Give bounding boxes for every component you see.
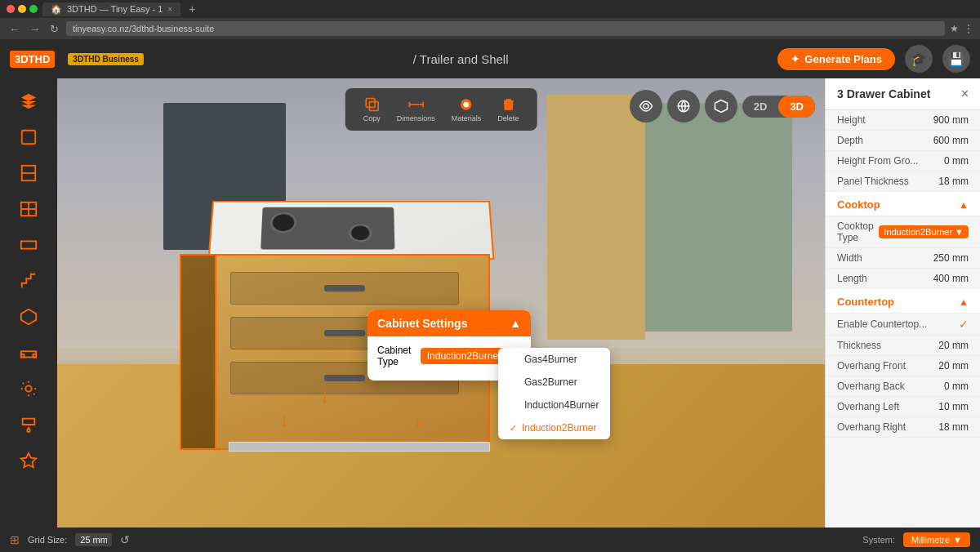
cabinet-top-face <box>208 201 495 260</box>
arrow-down-2: ↓ <box>413 409 423 432</box>
page-title: / Trailer and Shell <box>154 52 768 66</box>
generate-icon: ✦ <box>791 53 800 65</box>
mm-dropdown-icon: ▼ <box>953 535 962 545</box>
view-mode-buttons: 2D 3D <box>630 90 815 122</box>
svg-marker-18 <box>21 453 36 467</box>
panel-row-cooktop-length: Length 400 mm <box>826 269 980 289</box>
panel-row-height: Height 900 mm <box>826 110 980 131</box>
cooktop-section-header[interactable]: Cooktop ▲ <box>826 192 980 216</box>
popup-collapse-icon[interactable]: ▲ <box>510 317 521 330</box>
sidebar-light-btn[interactable] <box>11 372 47 405</box>
logo-area: 3DTHD 3DTHD Business <box>10 51 144 68</box>
arrow-down-1: ↓ <box>279 409 289 432</box>
sidebar-paint-btn[interactable] <box>11 408 47 441</box>
learn-icon: 🎓 <box>911 51 927 67</box>
minimize-window-btn[interactable] <box>18 5 26 13</box>
panel-row-height-from-gro: Height From Gro... 0 mm <box>826 151 980 171</box>
dropdown-item-induction2[interactable]: ✓ Induction2Burner <box>498 416 610 439</box>
cabinet-type-dropdown: Gas4Burner Gas2Burner Induction4Burner ✓… <box>498 348 610 439</box>
dropdown-item-gas4[interactable]: Gas4Burner <box>498 348 610 371</box>
grid-reset-btn[interactable]: ↺ <box>120 533 130 546</box>
bookmark-icon[interactable]: ★ <box>950 23 959 34</box>
copy-tool[interactable]: Copy <box>357 93 387 126</box>
nav-back-btn[interactable]: ← <box>7 23 22 35</box>
back-cabinet <box>629 103 792 332</box>
tab-close-btn[interactable]: × <box>167 5 172 14</box>
mode-2d-btn[interactable]: 2D <box>742 96 779 118</box>
sidebar-door-btn[interactable] <box>11 157 47 189</box>
viewport-3d[interactable]: ↓ ↓ ↓ → → Copy Dimension <box>57 78 825 528</box>
dropdown-item-gas2[interactable]: Gas2Burner <box>498 371 610 394</box>
sidebar-layers-btn[interactable] <box>11 85 47 118</box>
generate-plans-button[interactable]: ✦ Generate Plans <box>777 48 895 70</box>
panel-close-btn[interactable]: × <box>961 87 969 101</box>
sidebar-stairs-btn[interactable] <box>11 265 47 297</box>
cooktop-type-badge[interactable]: Induction2Burner ▼ <box>879 225 969 238</box>
sidebar-couch-btn[interactable] <box>11 336 47 369</box>
svg-rect-9 <box>21 354 24 358</box>
mode-3d-btn[interactable]: 3D <box>778 96 815 118</box>
svg-rect-0 <box>22 131 36 145</box>
panel-row-ct-thickness: Thickness 20 mm <box>826 336 980 356</box>
sidebar-box-btn[interactable] <box>11 121 47 154</box>
dimensions-tool[interactable]: Dimensions <box>390 93 442 126</box>
panel-row-panel-thickness: Panel Thickness 18 mm <box>826 171 980 192</box>
logo-3dthd: 3DTHD <box>10 51 55 68</box>
countertop-section-header[interactable]: Countertop ▲ <box>826 289 980 314</box>
cooktop-element <box>261 207 394 250</box>
sidebar-window-btn[interactable] <box>11 193 47 225</box>
check-icon: ✓ <box>510 423 517 434</box>
nav-refresh-btn[interactable]: ↻ <box>47 23 61 35</box>
right-panel: 3 Drawer Cabinet × Height 900 mm Depth 6… <box>825 78 980 528</box>
viewport-toolbar: Copy Dimensions Materials Delete <box>345 88 537 131</box>
materials-tool[interactable]: Materials <box>445 93 488 126</box>
browser-extension-icons: ★ ⋮ <box>950 23 973 34</box>
drawer-1 <box>230 272 459 305</box>
grid-size-input[interactable] <box>75 533 112 546</box>
close-window-btn[interactable] <box>7 5 15 13</box>
drawer-handle-3 <box>324 375 365 381</box>
panel-row-overhang-back: Overhang Back 0 mm <box>826 376 980 397</box>
svg-rect-19 <box>369 102 378 111</box>
cooktop-dropdown-icon: ▼ <box>955 227 964 237</box>
menu-icon[interactable]: ⋮ <box>964 23 973 34</box>
arrow-down-3: ↓ <box>320 385 330 407</box>
delete-tool[interactable]: Delete <box>491 93 525 126</box>
enable-countertop-check[interactable]: ✓ <box>959 318 969 331</box>
panel-row-depth: Depth 600 mm <box>826 131 980 151</box>
learn-button[interactable]: 🎓 <box>905 45 933 73</box>
browser-chrome: 🏠 3DTHD — Tiny Easy - 1 × + <box>0 0 980 18</box>
view-mode-btn-3[interactable] <box>705 90 737 122</box>
grid-icon: ⊞ <box>10 533 20 546</box>
new-tab-btn[interactable]: + <box>189 2 195 16</box>
main-area: ↓ ↓ ↓ → → Copy Dimension <box>0 78 980 528</box>
shelf-unit <box>547 95 645 340</box>
view-mode-btn-1[interactable] <box>630 90 662 122</box>
browser-toolbar: ← → ↻ tinyeasy.co.nz/3dthd-business-suit… <box>0 18 980 39</box>
sidebar-bookmark-btn[interactable] <box>11 444 47 477</box>
panel-title: 3 Drawer Cabinet <box>837 87 930 100</box>
svg-rect-20 <box>366 99 375 108</box>
dropdown-item-induction4[interactable]: Induction4Burner <box>498 394 610 416</box>
nav-forward-btn[interactable]: → <box>27 23 42 35</box>
svg-line-15 <box>33 394 34 394</box>
maximize-window-btn[interactable] <box>29 5 38 13</box>
sidebar-panel-btn[interactable] <box>11 229 47 261</box>
tab-title: 3DTHD — Tiny Easy - 1 <box>67 4 163 14</box>
browser-tab[interactable]: 🏠 3DTHD — Tiny Easy - 1 × <box>42 2 180 16</box>
sidebar-floor-btn[interactable] <box>11 300 47 333</box>
save-button[interactable]: 💾 <box>942 45 970 73</box>
millimetre-btn[interactable]: Millimetre ▼ <box>903 532 970 547</box>
app-header: 3DTHD 3DTHD Business / Trailer and Shell… <box>0 39 980 78</box>
url-bar[interactable]: tinyeasy.co.nz/3dthd-business-suite <box>66 21 945 36</box>
panel-row-enable-countertop: Enable Countertop... ✓ <box>826 314 980 336</box>
drawer-handle-2 <box>324 330 365 336</box>
svg-rect-6 <box>21 241 36 248</box>
window-controls <box>7 5 38 13</box>
view-mode-btn-2[interactable] <box>667 90 700 122</box>
svg-point-26 <box>644 104 648 109</box>
cabinet-side-face <box>180 254 216 450</box>
burner-2 <box>349 224 372 242</box>
cabinet-base <box>229 442 490 452</box>
burner-1 <box>270 212 296 233</box>
